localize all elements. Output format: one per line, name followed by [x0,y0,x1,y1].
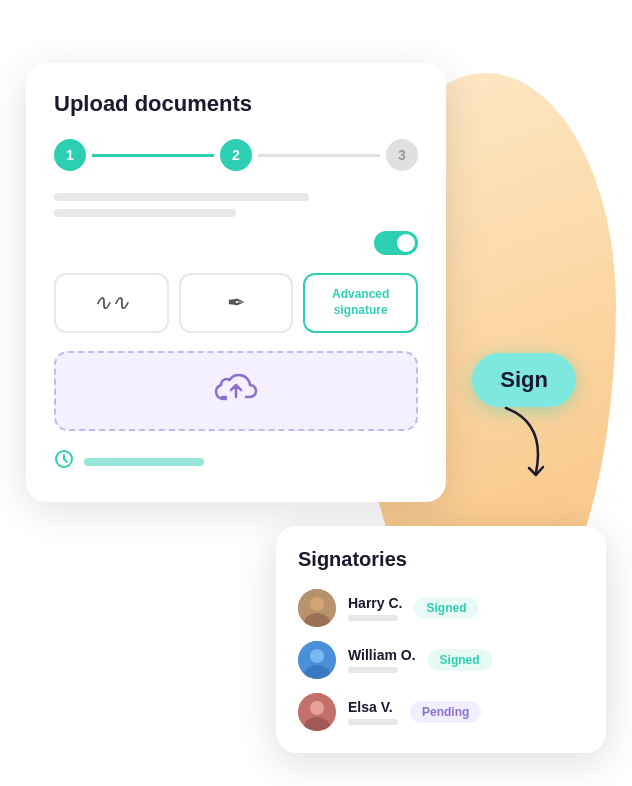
sign-button[interactable]: Sign [472,353,576,407]
sign-label: Sign [500,367,548,392]
sig-option-wave[interactable]: ∿∿ [54,273,169,333]
text-placeholders [54,193,418,217]
arrow-indicator [496,403,556,487]
step-1: 1 [54,139,86,171]
avatar-william [298,641,336,679]
signatory-row-william: William O. Signed [298,641,584,679]
status-badge-harry: Signed [414,597,478,619]
bottom-row [54,449,418,474]
step-line-2 [258,154,380,157]
svg-point-5 [310,649,324,663]
toggle-row [54,231,418,255]
text-line-1 [54,193,309,201]
signatory-info-harry: Harry C. [348,595,402,621]
status-badge-elsa: Pending [410,701,481,723]
drop-zone[interactable] [54,351,418,431]
avatar-elsa [298,693,336,731]
signatory-name-elsa: Elsa V. [348,699,398,715]
status-badge-william: Signed [428,649,492,671]
signatory-name-harry: Harry C. [348,595,402,611]
step-3: 3 [386,139,418,171]
upload-card: Upload documents 1 2 3 ∿∿ ✒ [26,63,446,502]
signatory-info-william: William O. [348,647,416,673]
name-bar-william [348,667,398,673]
signatories-title: Signatories [298,548,584,571]
toggle-knob [397,234,415,252]
wave-icon: ∿∿ [93,290,129,316]
sig-option-advanced[interactable]: Advanced signature [303,273,418,333]
signature-options: ∿∿ ✒ Advanced signature [54,273,418,333]
pen-icon: ✒ [227,290,245,316]
scene: Upload documents 1 2 3 ∿∿ ✒ [26,33,606,753]
signatories-card: Signatories Harry C. Signed William O. S… [276,526,606,753]
signatory-name-william: William O. [348,647,416,663]
step-2: 2 [220,139,252,171]
timer-icon [54,449,74,474]
text-line-2 [54,209,236,217]
svg-point-8 [310,701,324,715]
sig-option-pen[interactable]: ✒ [179,273,294,333]
avatar-harry [298,589,336,627]
advanced-sig-label: Advanced signature [305,287,416,318]
card-title: Upload documents [54,91,418,117]
step-line-1 [92,154,214,157]
progress-bar [84,458,204,466]
cloud-upload-icon [214,369,258,414]
signatory-row-harry: Harry C. Signed [298,589,584,627]
name-bar-harry [348,615,398,621]
toggle-switch[interactable] [374,231,418,255]
steps-progress: 1 2 3 [54,139,418,171]
svg-point-2 [310,597,324,611]
name-bar-elsa [348,719,398,725]
signatory-row-elsa: Elsa V. Pending [298,693,584,731]
signatory-info-elsa: Elsa V. [348,699,398,725]
